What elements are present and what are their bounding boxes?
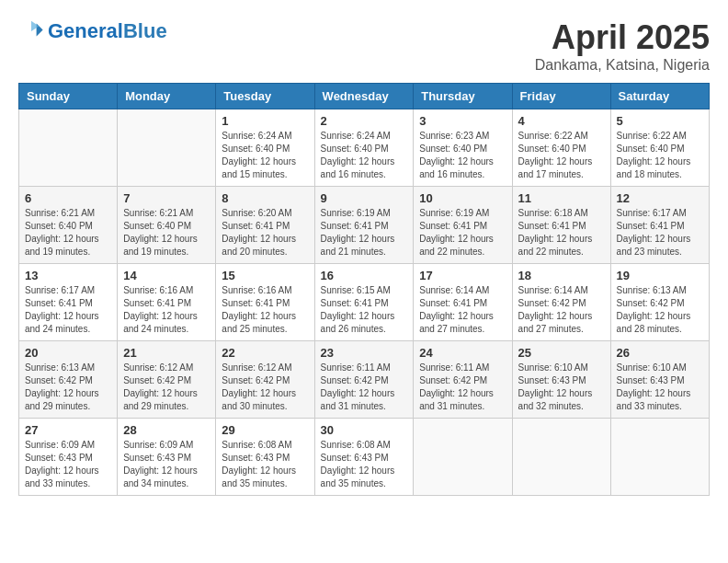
calendar-cell: 28Sunrise: 6:09 AMSunset: 6:43 PMDayligh… — [118, 419, 216, 496]
day-number: 17 — [419, 269, 506, 282]
calendar-cell: 10Sunrise: 6:19 AMSunset: 6:41 PMDayligh… — [414, 187, 512, 264]
day-info: Sunrise: 6:24 AMSunset: 6:40 PMDaylight:… — [222, 130, 308, 181]
month-title: April 2025 — [535, 18, 710, 57]
calendar-header-row: SundayMondayTuesdayWednesdayThursdayFrid… — [19, 84, 710, 109]
day-number: 9 — [321, 191, 408, 205]
day-number: 22 — [222, 346, 308, 360]
calendar-cell — [19, 109, 118, 187]
day-info: Sunrise: 6:12 AMSunset: 6:42 PMDaylight:… — [123, 362, 210, 413]
calendar-cell: 24Sunrise: 6:11 AMSunset: 6:42 PMDayligh… — [414, 341, 512, 419]
title-block: April 2025 Dankama, Katsina, Nigeria — [535, 18, 710, 74]
calendar-cell: 18Sunrise: 6:14 AMSunset: 6:42 PMDayligh… — [512, 264, 610, 341]
day-info: Sunrise: 6:09 AMSunset: 6:43 PMDaylight:… — [123, 439, 210, 490]
calendar-cell — [512, 419, 610, 496]
day-number: 28 — [123, 423, 210, 437]
day-info: Sunrise: 6:10 AMSunset: 6:43 PMDaylight:… — [518, 362, 605, 413]
day-info: Sunrise: 6:22 AMSunset: 6:40 PMDaylight:… — [518, 130, 605, 181]
logo-icon — [18, 18, 44, 44]
day-info: Sunrise: 6:10 AMSunset: 6:43 PMDaylight:… — [617, 362, 703, 413]
calendar-cell: 13Sunrise: 6:17 AMSunset: 6:41 PMDayligh… — [19, 264, 118, 341]
calendar-week-5: 27Sunrise: 6:09 AMSunset: 6:43 PMDayligh… — [19, 419, 710, 496]
day-info: Sunrise: 6:08 AMSunset: 6:43 PMDaylight:… — [321, 439, 408, 490]
location: Dankama, Katsina, Nigeria — [535, 57, 710, 74]
day-number: 5 — [617, 114, 703, 128]
calendar-cell: 8Sunrise: 6:20 AMSunset: 6:41 PMDaylight… — [216, 187, 314, 264]
column-header-thursday: Thursday — [414, 84, 512, 109]
day-number: 27 — [25, 423, 111, 437]
day-info: Sunrise: 6:21 AMSunset: 6:40 PMDaylight:… — [123, 207, 210, 259]
day-info: Sunrise: 6:21 AMSunset: 6:40 PMDaylight:… — [25, 207, 111, 259]
calendar-cell: 17Sunrise: 6:14 AMSunset: 6:41 PMDayligh… — [414, 264, 512, 341]
calendar: SundayMondayTuesdayWednesdayThursdayFrid… — [18, 83, 710, 496]
day-number: 13 — [25, 269, 111, 282]
calendar-cell — [414, 419, 512, 496]
day-info: Sunrise: 6:13 AMSunset: 6:42 PMDaylight:… — [617, 284, 703, 336]
day-number: 3 — [419, 114, 506, 128]
day-info: Sunrise: 6:13 AMSunset: 6:42 PMDaylight:… — [25, 362, 111, 413]
column-header-friday: Friday — [512, 84, 610, 109]
day-number: 23 — [321, 346, 408, 360]
day-info: Sunrise: 6:15 AMSunset: 6:41 PMDaylight:… — [321, 284, 408, 336]
logo: GeneralBlue — [18, 18, 167, 44]
day-info: Sunrise: 6:16 AMSunset: 6:41 PMDaylight:… — [123, 284, 210, 336]
day-info: Sunrise: 6:08 AMSunset: 6:43 PMDaylight:… — [222, 439, 308, 490]
day-info: Sunrise: 6:19 AMSunset: 6:41 PMDaylight:… — [419, 207, 506, 259]
column-header-saturday: Saturday — [610, 84, 709, 109]
day-info: Sunrise: 6:22 AMSunset: 6:40 PMDaylight:… — [617, 130, 703, 181]
day-number: 4 — [518, 114, 605, 128]
day-info: Sunrise: 6:20 AMSunset: 6:41 PMDaylight:… — [222, 207, 308, 259]
day-info: Sunrise: 6:19 AMSunset: 6:41 PMDaylight:… — [321, 207, 408, 259]
calendar-cell: 25Sunrise: 6:10 AMSunset: 6:43 PMDayligh… — [512, 341, 610, 419]
logo-text: GeneralBlue — [48, 21, 167, 41]
day-info: Sunrise: 6:23 AMSunset: 6:40 PMDaylight:… — [419, 130, 506, 181]
calendar-cell: 22Sunrise: 6:12 AMSunset: 6:42 PMDayligh… — [216, 341, 314, 419]
calendar-cell: 2Sunrise: 6:24 AMSunset: 6:40 PMDaylight… — [314, 109, 414, 187]
day-info: Sunrise: 6:11 AMSunset: 6:42 PMDaylight:… — [321, 362, 408, 413]
calendar-cell: 7Sunrise: 6:21 AMSunset: 6:40 PMDaylight… — [118, 187, 216, 264]
calendar-cell: 16Sunrise: 6:15 AMSunset: 6:41 PMDayligh… — [314, 264, 414, 341]
day-info: Sunrise: 6:09 AMSunset: 6:43 PMDaylight:… — [25, 439, 111, 490]
day-number: 11 — [518, 191, 605, 205]
day-number: 16 — [321, 269, 408, 282]
day-info: Sunrise: 6:18 AMSunset: 6:41 PMDaylight:… — [518, 207, 605, 259]
calendar-cell: 12Sunrise: 6:17 AMSunset: 6:41 PMDayligh… — [610, 187, 709, 264]
day-info: Sunrise: 6:14 AMSunset: 6:42 PMDaylight:… — [518, 284, 605, 336]
calendar-cell: 21Sunrise: 6:12 AMSunset: 6:42 PMDayligh… — [118, 341, 216, 419]
calendar-cell: 4Sunrise: 6:22 AMSunset: 6:40 PMDaylight… — [512, 109, 610, 187]
page-header: GeneralBlue April 2025 Dankama, Katsina,… — [18, 18, 710, 74]
day-info: Sunrise: 6:24 AMSunset: 6:40 PMDaylight:… — [321, 130, 408, 181]
calendar-cell: 5Sunrise: 6:22 AMSunset: 6:40 PMDaylight… — [610, 109, 709, 187]
calendar-cell: 26Sunrise: 6:10 AMSunset: 6:43 PMDayligh… — [610, 341, 709, 419]
day-number: 7 — [123, 191, 210, 205]
calendar-cell: 9Sunrise: 6:19 AMSunset: 6:41 PMDaylight… — [314, 187, 414, 264]
column-header-tuesday: Tuesday — [216, 84, 314, 109]
day-info: Sunrise: 6:12 AMSunset: 6:42 PMDaylight:… — [222, 362, 308, 413]
day-info: Sunrise: 6:16 AMSunset: 6:41 PMDaylight:… — [222, 284, 308, 336]
day-number: 15 — [222, 269, 308, 282]
calendar-cell: 3Sunrise: 6:23 AMSunset: 6:40 PMDaylight… — [414, 109, 512, 187]
column-header-monday: Monday — [118, 84, 216, 109]
calendar-week-3: 13Sunrise: 6:17 AMSunset: 6:41 PMDayligh… — [19, 264, 710, 341]
day-number: 1 — [222, 114, 308, 128]
calendar-cell: 11Sunrise: 6:18 AMSunset: 6:41 PMDayligh… — [512, 187, 610, 264]
calendar-cell — [118, 109, 216, 187]
calendar-cell: 20Sunrise: 6:13 AMSunset: 6:42 PMDayligh… — [19, 341, 118, 419]
calendar-cell: 1Sunrise: 6:24 AMSunset: 6:40 PMDaylight… — [216, 109, 314, 187]
calendar-cell: 27Sunrise: 6:09 AMSunset: 6:43 PMDayligh… — [19, 419, 118, 496]
day-number: 21 — [123, 346, 210, 360]
column-header-wednesday: Wednesday — [314, 84, 414, 109]
calendar-cell: 30Sunrise: 6:08 AMSunset: 6:43 PMDayligh… — [314, 419, 414, 496]
day-info: Sunrise: 6:14 AMSunset: 6:41 PMDaylight:… — [419, 284, 506, 336]
calendar-cell: 23Sunrise: 6:11 AMSunset: 6:42 PMDayligh… — [314, 341, 414, 419]
day-number: 18 — [518, 269, 605, 282]
day-number: 29 — [222, 423, 308, 437]
calendar-cell: 15Sunrise: 6:16 AMSunset: 6:41 PMDayligh… — [216, 264, 314, 341]
calendar-week-1: 1Sunrise: 6:24 AMSunset: 6:40 PMDaylight… — [19, 109, 710, 187]
column-header-sunday: Sunday — [19, 84, 118, 109]
day-info: Sunrise: 6:17 AMSunset: 6:41 PMDaylight:… — [617, 207, 703, 259]
calendar-cell — [610, 419, 709, 496]
calendar-cell: 29Sunrise: 6:08 AMSunset: 6:43 PMDayligh… — [216, 419, 314, 496]
day-number: 6 — [25, 191, 111, 205]
day-number: 25 — [518, 346, 605, 360]
day-info: Sunrise: 6:11 AMSunset: 6:42 PMDaylight:… — [419, 362, 506, 413]
